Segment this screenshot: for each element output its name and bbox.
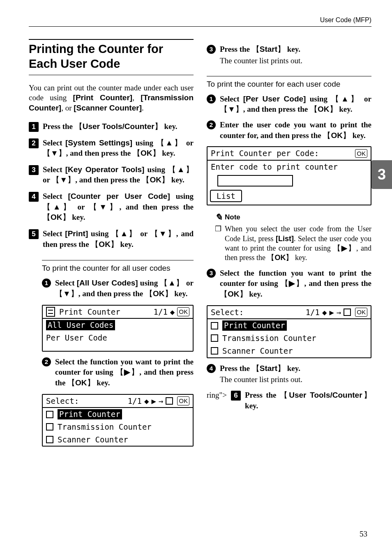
right-column: 3 Press the Start key. The counter list … [207, 39, 371, 448]
note-heading: ✎ Note [215, 212, 371, 223]
text: , and then press the [75, 175, 142, 184]
lcd-panel-2: Select: 1/1 ◆▶→ OK Print Counter Transmi… [42, 394, 194, 447]
substep-number-icon: 1 [207, 94, 216, 104]
lcd-input-box [217, 175, 293, 187]
substep-b4: 4 Press the Start key. [207, 363, 371, 374]
lcd-title: Select: [211, 307, 244, 318]
text: , and then press the [304, 279, 371, 288]
note-item: ❒ When you select the user code from the… [215, 224, 371, 263]
step-number-icon: 6 [231, 391, 241, 401]
substep-number-icon: 4 [207, 364, 216, 373]
ok-key: OK [133, 149, 160, 157]
lcd-panel-1: Print Counter 1/1 ◆ OK All User Codes Pe… [42, 305, 194, 352]
text: key. [350, 131, 366, 140]
lcd-item-selected: Print Counter [58, 409, 122, 419]
text: key. [95, 378, 110, 387]
user-tools-key: User Tools/Counter [75, 122, 162, 131]
step-number-icon: 5 [29, 229, 39, 239]
text: or [73, 203, 89, 211]
text: key. [118, 240, 134, 249]
down-key: ▼ [55, 289, 78, 298]
text: key. [293, 253, 307, 262]
ok-icon: OK [355, 308, 367, 317]
start-key: Start [252, 364, 285, 373]
running-head: User Code (MFP) [29, 16, 371, 27]
label: [List] [276, 235, 294, 243]
ok-key: OK [91, 240, 118, 249]
lcd-panel-3: Print Counter per Code: OK Enter code to… [207, 146, 371, 205]
right-key: ▶ [333, 244, 356, 252]
substep-a1: 1 Select [All User Codes] using ▲ or ▼, … [42, 278, 194, 299]
updown-icon: ◆ [144, 396, 149, 406]
step-number-icon: 1 [29, 122, 39, 132]
left-column: Printing the Counter for Each User Code … [29, 39, 194, 448]
lcd-title: Select: [46, 396, 79, 406]
page-icon [46, 307, 55, 317]
substep-a2: 2 Select the function you want to print … [42, 357, 194, 388]
group-all-codes-head: To print the counter for all user codes [42, 260, 194, 273]
checkbox-icon [46, 423, 53, 431]
arrow-icon: → [337, 307, 341, 318]
down-key: ▼ [89, 203, 120, 211]
text: , and then press the [78, 289, 145, 298]
down-key: ▼ [150, 229, 176, 238]
page-number: 53 [360, 530, 367, 539]
label: [Print Counter] [73, 93, 133, 102]
step-number-icon: 4 [29, 192, 39, 202]
user-tools-key: User Tools/Counter [280, 391, 371, 399]
ok-icon: OK [177, 307, 189, 316]
note-label: Note [225, 213, 240, 221]
pencil-icon: ✎ [215, 212, 222, 223]
lcd-list-button: List [210, 190, 242, 203]
lcd-item: Scanner Counter [222, 346, 293, 356]
section-title: Printing the Counter for Each User Code [29, 39, 194, 75]
text: Press the [245, 391, 280, 399]
down-key: ▼ [52, 175, 75, 184]
text: or [137, 229, 150, 238]
up-key: ▲ [157, 138, 183, 147]
step-1: 1 Press the User Tools/Counter key. [29, 121, 194, 132]
updown-icon: ◆ [322, 307, 327, 318]
lcd-item: Transmission Counter [58, 422, 152, 432]
text: Select [55, 279, 77, 287]
text: key. [285, 45, 300, 53]
substep-a3: 3 Press the Start key. [207, 44, 371, 55]
down-key: ▼ [43, 149, 66, 157]
right-key: ▶ [281, 279, 304, 288]
ok-key: OK [145, 289, 173, 298]
up-key: ▲ [43, 203, 73, 211]
text: Select [43, 165, 65, 174]
text: key. [162, 122, 178, 131]
checkbox-icon [211, 322, 218, 329]
text: or [184, 279, 194, 287]
checkbox-icon [344, 309, 351, 316]
ok-key: OK [220, 290, 247, 298]
text: key. [70, 213, 85, 221]
label: [Scanner Counter] [74, 104, 142, 112]
step-number-icon: 3 [29, 165, 39, 175]
chapter-tab: 3 [371, 160, 392, 189]
substep-b1: 1 Select [Per User Code] using ▲ or ▼, a… [207, 94, 371, 115]
lcd-panel-4: Select: 1/1 ◆▶→ OK Print Counter Transmi… [207, 305, 371, 358]
label: [Key Operator Tools] [65, 165, 145, 174]
text: , and then press the [120, 203, 194, 211]
text: using [170, 192, 194, 200]
text: using [132, 138, 156, 147]
text: using [138, 279, 160, 287]
substep-number-icon: 3 [207, 269, 216, 278]
lcd-title: Print Counter [59, 307, 120, 317]
group-each-code-head: To print the counter for each user code [207, 76, 371, 89]
lcd-title: Print Counter per Code: [211, 148, 319, 159]
result-text: The counter list prints out. [220, 375, 371, 384]
text: Select [43, 229, 65, 238]
substep-b2: 2 Enter the user code you want to print … [207, 120, 371, 140]
up-key: ▲ [111, 229, 137, 238]
text: , [132, 93, 141, 102]
substep-number-icon: 2 [207, 120, 216, 129]
text: , or [61, 104, 74, 112]
step-number-icon: 2 [29, 138, 39, 148]
text: or [183, 138, 194, 147]
up-key: ▲ [160, 279, 184, 287]
text: Select [43, 192, 68, 200]
label: [Counter per User Code] [68, 192, 170, 200]
